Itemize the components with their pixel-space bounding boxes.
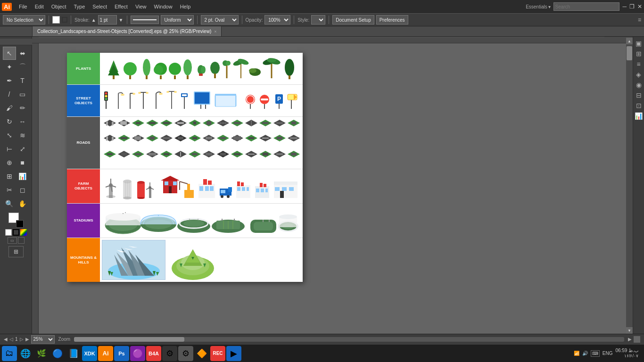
zoom-end-arrow[interactable]: ▶ [628,337,632,342]
tab-close-btn[interactable]: × [214,29,216,34]
stroke-color[interactable] [16,220,24,228]
rotate-tool[interactable]: ↻ [3,115,16,128]
brush-size-dropdown[interactable]: 2 pt. Oval [201,15,239,25]
reflect-tool[interactable]: ↔ [16,115,29,128]
pencil-tool[interactable]: ✏ [16,101,29,115]
panel-graph-icon[interactable]: 📊 [635,112,643,120]
no-fill-indicator[interactable] [13,229,19,236]
tray-lang[interactable]: ENG [603,351,613,356]
next-page-btn[interactable]: ▷ [20,337,24,342]
panel-align-icon[interactable]: ⊟ [636,91,642,99]
menu-type[interactable]: Type [71,2,89,11]
panel-color-icon[interactable]: ▣ [636,40,642,47]
panel-symbols-icon[interactable]: ◈ [636,71,641,78]
zoom-slider[interactable] [74,337,624,342]
fill-stroke-swatches[interactable] [8,213,24,228]
taskbar-b4a[interactable]: B4A [146,346,161,361]
taskbar-explorer[interactable]: 🗂 [2,346,17,361]
opacity-dropdown[interactable]: 100% [264,15,290,25]
last-page-btn[interactable]: ▶ [25,337,29,342]
close-btn[interactable]: ✕ [637,3,642,10]
brush-type-dropdown[interactable]: Uniform [161,15,194,25]
selection-tool[interactable]: ↖ [3,47,16,60]
arrange-icon[interactable]: ≡ [638,16,641,23]
fill-indicator[interactable] [5,229,12,236]
menu-view[interactable]: View [132,2,150,11]
taskbar-photoshop[interactable]: Ps [114,346,129,361]
page-nav-icon[interactable]: ◀ [4,337,8,342]
scroll-thumb[interactable] [627,46,632,60]
type-tool[interactable]: T [16,74,29,87]
scroll-h-thumb[interactable] [634,336,640,343]
menu-object[interactable]: Object [48,2,70,11]
scroll-down-arrow[interactable]: ▼ [626,327,633,334]
taskbar-browser[interactable]: 🟣 [130,346,145,361]
stroke-value-input[interactable] [98,15,117,25]
taskbar-chrome[interactable]: 🔵 [50,346,65,361]
taskbar-word[interactable]: 📘 [66,346,81,361]
doc-setup-button[interactable]: Document Setup [332,15,374,25]
eraser-tool[interactable]: ◻ [16,183,29,197]
stroke-down-arrow[interactable]: ▼ [119,17,124,23]
free-transform-tool[interactable]: ⤢ [16,142,29,156]
pen-tool[interactable]: ✒ [3,74,16,87]
slice-tool[interactable]: ✂ [3,183,16,197]
gradient-indicator[interactable] [20,229,27,236]
panel-brushes-icon[interactable]: ≡ [636,60,640,68]
document-tab[interactable]: Collection_Landscapes-and-Street-Objects… [32,26,222,36]
gradient-tool[interactable]: ■ [16,156,29,169]
menu-file[interactable]: File [16,2,31,11]
brush-preview[interactable] [131,16,159,24]
shape-builder-tool[interactable]: ⊕ [3,156,16,169]
paintbrush-tool[interactable]: 🖌 [3,101,16,115]
line-tool[interactable]: / [3,88,16,101]
warp-tool[interactable]: ≋ [16,129,29,142]
panel-layers-icon[interactable]: ⊞ [636,50,642,58]
minimize-btn[interactable]: ─ [622,3,627,10]
direct-selection-tool[interactable]: ⬌ [16,47,29,60]
taskbar-unity[interactable]: ⚙ [162,346,177,361]
taskbar-media[interactable]: ▶ [226,346,241,361]
scroll-up-arrow[interactable]: ▲ [626,38,633,44]
taskbar-illustrator[interactable]: Ai [98,346,113,361]
search-input[interactable] [553,2,619,11]
lasso-tool[interactable]: ⌒ [16,60,29,74]
width-tool[interactable]: ⊢ [3,142,16,156]
taskbar-xdk[interactable]: XDK [82,346,97,361]
menu-help[interactable]: Help [177,2,194,11]
scale-tool[interactable]: ⤡ [3,129,16,142]
zoom-select[interactable]: 25% [31,335,55,344]
preferences-button[interactable]: Preferences [376,15,408,25]
mesh-tool[interactable]: ⊞ [3,170,16,183]
panel-appearance-icon[interactable]: ◉ [636,81,642,89]
document-canvas[interactable]: PLANTS [39,43,626,334]
shape-tool[interactable]: ▭ [16,88,29,101]
panel-transform-icon[interactable]: ⊡ [636,102,642,109]
taskbar-settings[interactable]: ⚙ [178,346,193,361]
taskbar-layerize[interactable]: 🌿 [34,346,49,361]
zoom-tool[interactable]: 🔍 [3,197,16,210]
draw-behind-btn[interactable] [18,237,25,244]
magic-wand-tool[interactable]: ✦ [3,60,16,74]
selection-dropdown[interactable]: No Selection [3,15,45,25]
style-dropdown[interactable] [311,15,325,25]
taskbar-rec[interactable]: REC [210,346,225,361]
stroke-up-arrow[interactable]: ▲ [91,17,96,23]
taskbar-vuetify[interactable]: 🔶 [194,346,209,361]
menu-edit[interactable]: Edit [32,2,47,11]
menu-select[interactable]: Select [89,2,110,11]
hand-tool[interactable]: ✋ [16,197,29,210]
vscrollbar[interactable]: ▲ ▼ [626,37,633,334]
screen-mode-btn[interactable]: ⊞ [8,246,24,257]
plants-svg [102,56,300,82]
stroke-swatch[interactable] [62,17,67,23]
draw-normal-btn[interactable]: ▭ [8,237,17,244]
taskbar-ie[interactable]: 🌐 [18,346,33,361]
menu-effect[interactable]: Effect [111,2,131,11]
restore-btn[interactable]: ❐ [629,3,635,10]
prev-page-btn[interactable]: ◁ [9,337,13,342]
chart-tool[interactable]: 📊 [16,170,29,183]
panel-icons: ▣ ⊞ ≡ ◈ ◉ ⊟ ⊡ 📊 [633,37,644,334]
fill-swatch[interactable] [52,16,60,24]
menu-window[interactable]: Window [151,2,176,11]
